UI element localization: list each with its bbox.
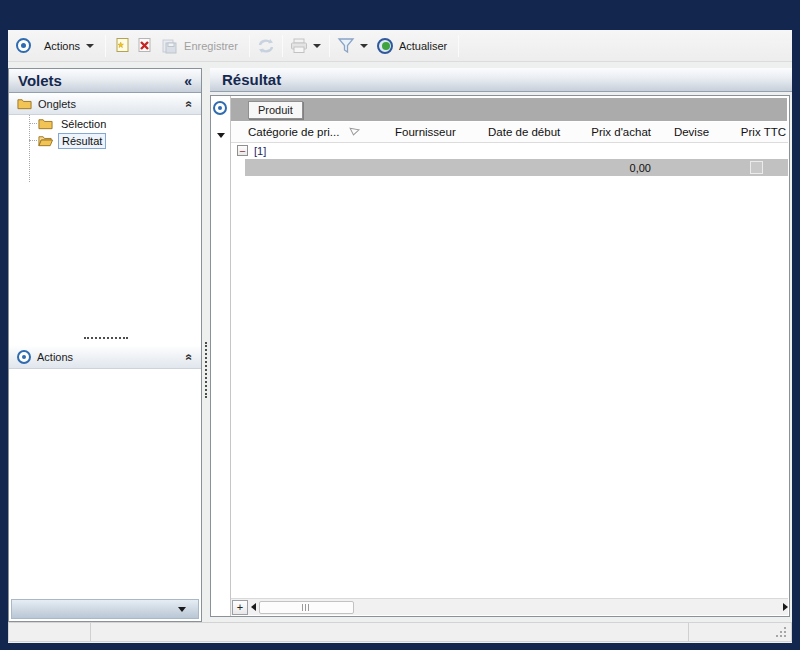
column-header-label: Catégorie de pri... (248, 126, 339, 138)
tree-item-label: Sélection (58, 117, 109, 131)
actualiser-button[interactable]: Actualiser (371, 35, 453, 57)
actualiser-button-label: Actualiser (399, 40, 447, 52)
save-button-label: Enregistrer (184, 40, 238, 52)
sort-icon (348, 127, 361, 137)
target-icon (17, 350, 31, 364)
folder-icon (17, 97, 32, 110)
group-row[interactable]: − [1] (231, 144, 788, 157)
section-actions-label: Actions (37, 351, 73, 363)
sidebar-title: Volets (18, 72, 62, 89)
folder-open-icon (38, 134, 53, 147)
column-header-prix-ttc[interactable]: Prix TTC (724, 122, 788, 142)
collapse-up-icon[interactable]: « (183, 100, 197, 107)
section-onglets-header[interactable]: Onglets « (9, 93, 201, 115)
column-header-label: Prix d'achat (591, 126, 651, 138)
column-header-devise[interactable]: Devise (659, 122, 724, 142)
collapse-group-icon[interactable]: − (237, 145, 248, 156)
sidebar-scroll-down-button[interactable] (11, 599, 199, 619)
horizontal-scrollbar[interactable] (259, 601, 780, 614)
scroll-right-icon[interactable] (783, 603, 788, 611)
column-header-date-de-debut[interactable]: Date de début (484, 122, 579, 142)
onglets-tree: Sélection Résultat (9, 115, 201, 149)
add-row-button[interactable]: + (232, 600, 248, 615)
toolbar-separator (458, 35, 459, 57)
delete-record-icon (136, 37, 153, 54)
scroll-left-icon[interactable] (251, 603, 256, 611)
collapse-left-icon[interactable]: « (184, 73, 192, 89)
collapse-up-icon[interactable]: « (183, 353, 197, 360)
scrollbar-thumb[interactable] (259, 601, 354, 614)
sidebar-header: Volets « (9, 69, 201, 93)
actions-menu-label: Actions (44, 40, 80, 52)
sidebar-volets: Volets « Onglets « Sélection (8, 68, 202, 622)
tree-item-label: Résultat (58, 133, 106, 149)
status-segment (91, 623, 689, 641)
arrow-down-icon (178, 607, 186, 612)
chevron-down-icon (313, 44, 321, 48)
tree-item-resultat[interactable]: Résultat (9, 132, 201, 149)
save-icon (161, 37, 178, 54)
toolbar: Actions (8, 30, 792, 62)
column-header-prix-dachat[interactable]: Prix d'achat (579, 122, 659, 142)
app-window: Actions (8, 30, 792, 643)
group-by-panel[interactable]: Produit (231, 98, 787, 121)
prix-dachat-value: 0,00 (630, 162, 651, 174)
actions-menu-button[interactable]: Actions (38, 37, 100, 55)
toolbar-separator (105, 35, 106, 57)
row-indicator-column (211, 96, 231, 616)
main-pane-header: Résultat (210, 68, 792, 92)
result-grid: Produit Catégorie de pri... Fournisseur … (210, 95, 790, 617)
current-row-indicator-icon (217, 133, 225, 138)
group-field-produit[interactable]: Produit (248, 101, 303, 119)
save-button[interactable]: Enregistrer (155, 34, 244, 57)
actualiser-icon (377, 38, 393, 54)
grid-header-row: Catégorie de pri... Fournisseur Date de … (231, 122, 788, 143)
toolbar-separator (249, 35, 250, 57)
print-icon (290, 38, 308, 54)
refresh-icon (257, 38, 275, 54)
folder-icon (38, 117, 53, 130)
grid-bottom-bar: + (231, 598, 788, 615)
sidebar-horizontal-splitter[interactable] (84, 337, 128, 339)
section-actions-header[interactable]: Actions « (9, 345, 201, 369)
new-record-button[interactable] (111, 35, 133, 57)
tree-item-selection[interactable]: Sélection (9, 115, 201, 132)
status-segment (689, 623, 791, 641)
column-header-label: Date de début (488, 126, 560, 138)
cell-prix-ttc[interactable] (724, 161, 788, 174)
scrollbar-grip-icon (302, 604, 311, 611)
target-icon (16, 38, 31, 53)
resize-grip-icon[interactable] (775, 626, 788, 639)
section-onglets-label: Onglets (38, 98, 76, 110)
column-header-label: Fournisseur (395, 126, 456, 138)
toolbar-separator (329, 35, 330, 57)
column-header-fournisseur[interactable]: Fournisseur (389, 122, 484, 142)
filter-icon (337, 37, 355, 54)
chevron-down-icon (86, 44, 94, 48)
tree-connector (29, 123, 37, 124)
column-header-categorie-de-prix[interactable]: Catégorie de pri... (231, 122, 389, 142)
target-icon (213, 101, 227, 115)
page-title: Résultat (222, 71, 281, 88)
group-row-label: [1] (254, 145, 266, 157)
status-segment (9, 623, 91, 641)
table-row[interactable]: 0,00 (245, 159, 788, 176)
tree-connector (29, 140, 37, 141)
filter-button[interactable] (335, 35, 357, 57)
status-bar (8, 622, 792, 642)
chevron-down-icon (360, 44, 368, 48)
vertical-splitter[interactable] (205, 342, 207, 398)
toolbar-separator (282, 35, 283, 57)
column-header-label: Devise (674, 126, 709, 138)
cell-prix-dachat[interactable]: 0,00 (579, 162, 659, 174)
column-header-label: Prix TTC (741, 126, 786, 138)
print-button[interactable] (288, 35, 310, 57)
filter-dropdown-button[interactable] (357, 35, 371, 57)
print-dropdown-button[interactable] (310, 35, 324, 57)
window-frame: Actions (0, 0, 800, 650)
new-record-icon (114, 37, 131, 54)
delete-record-button[interactable] (133, 35, 155, 57)
refresh-button[interactable] (255, 35, 277, 57)
prix-ttc-checkbox[interactable] (750, 161, 763, 174)
